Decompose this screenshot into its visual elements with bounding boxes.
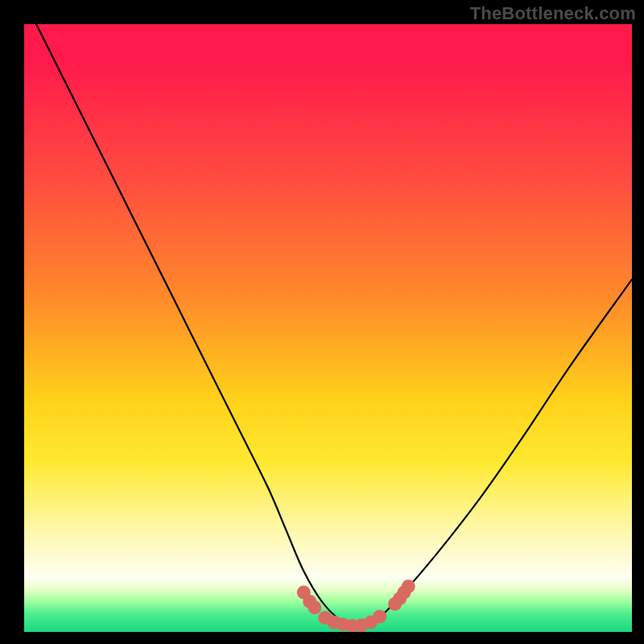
highlight-marker — [373, 610, 386, 624]
highlight-markers — [297, 580, 415, 632]
watermark-text: TheBottleneck.com — [470, 3, 636, 24]
chart-frame: TheBottleneck.com — [0, 0, 644, 644]
bottleneck-curve — [36, 24, 632, 626]
curve-layer — [24, 24, 632, 632]
highlight-marker — [402, 580, 415, 593]
highlight-marker — [308, 601, 321, 614]
plot-area — [24, 24, 632, 632]
